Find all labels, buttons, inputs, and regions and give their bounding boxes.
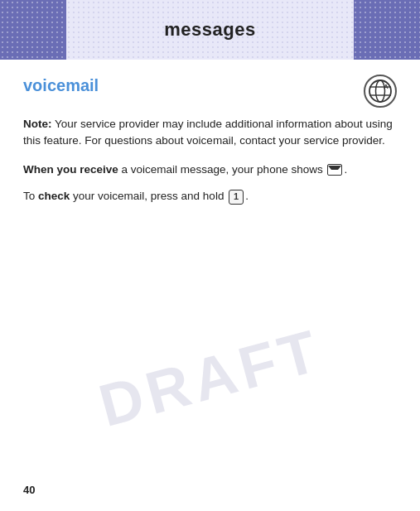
check-end: . [245, 190, 249, 202]
page-title: messages [164, 19, 255, 41]
section-title: voicemail [23, 76, 99, 95]
voicemail-indicator-icon [327, 164, 342, 176]
globe-svg: A [367, 78, 393, 104]
header: messages [0, 0, 420, 60]
check-paragraph: To check your voicemail, press and hold … [23, 188, 397, 205]
main-content: voicemail A Note: Your service provider … [0, 60, 420, 230]
receive-text: a voicemail message, your phone shows [118, 163, 326, 176]
section-header: voicemail A [23, 75, 397, 108]
key-1-icon: 1 [229, 190, 244, 205]
receive-bold: When you receive [23, 163, 118, 176]
receive-end: . [344, 163, 347, 176]
check-bold: check [38, 190, 70, 202]
check-text: your voicemail, press and hold [70, 190, 227, 202]
note-paragraph: Note: Your service provider may include … [23, 116, 397, 150]
svg-text:A: A [384, 83, 389, 90]
receive-paragraph: When you receive a voicemail message, yo… [23, 161, 397, 179]
page-number: 40 [23, 484, 35, 496]
note-label: Note: [23, 118, 52, 130]
globe-icon: A [364, 75, 397, 108]
note-text: Your service provider may include additi… [23, 118, 393, 147]
check-prefix: To [23, 190, 38, 202]
draft-watermark: DRAFT [92, 316, 329, 440]
